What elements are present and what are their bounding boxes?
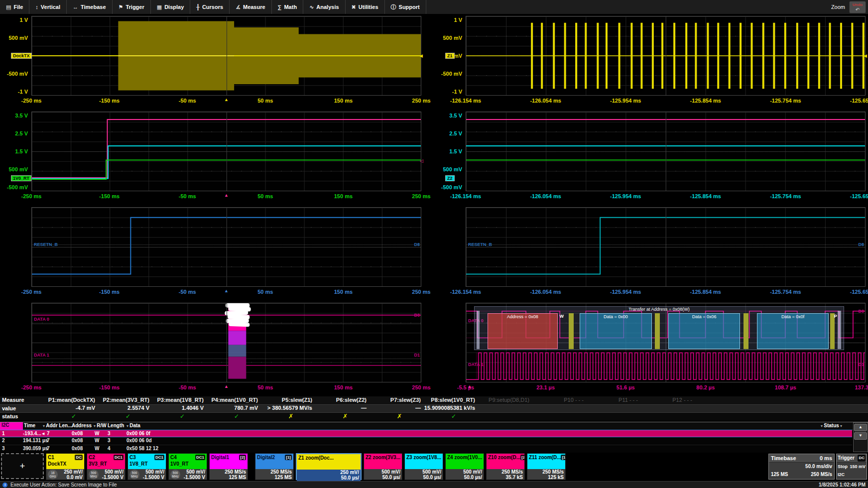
- trigger-position-marker-icon[interactable]: [224, 193, 229, 198]
- waveform-grid-z1[interactable]: Z1: [466, 16, 866, 96]
- x-axis-tick: 51.6 µs: [617, 384, 635, 390]
- i2c-header-addrlen[interactable]: Addr Len...: [43, 423, 72, 428]
- waveform-grid-resetn[interactable]: RESETN_B D8: [31, 207, 421, 287]
- i2c-table-scrollbar[interactable]: [853, 422, 868, 452]
- oscilloscope-screen: ▤ File ↕ Vertical ↔ Timebase ⚑ Trigger: [0, 0, 868, 488]
- measure-column[interactable]: P8:slew(1V0_RT) 15.9090085381 kV/s ✓: [424, 396, 478, 421]
- y-axis-tick: 1.5 V: [449, 148, 462, 154]
- trigger-position-marker-icon[interactable]: [224, 288, 229, 293]
- channel-badge-docktx[interactable]: DockTX: [11, 53, 32, 59]
- trace-descriptor-box[interactable]: C2 DC1 3V3_RT 500MHz 500 mV/-1.5000 V: [87, 453, 125, 480]
- i2c-header-status[interactable]: Status: [821, 423, 842, 428]
- i2c-table-row[interactable]: 1 -193.4... ◀ 7 0x08 W 3 0x00 06 0f: [0, 430, 852, 437]
- measure-column[interactable]: P5:slew(Z1) > 380.56579 MV/s ✗: [261, 396, 315, 421]
- trace-offset: 125 MS: [270, 475, 292, 480]
- add-trace-button[interactable]: +: [1, 453, 44, 479]
- x-axis-tick: -126.054 ms: [530, 98, 561, 104]
- trace-descriptor-box[interactable]: Digital2 [1] 250 MS/s125 MS: [255, 453, 294, 480]
- trace-descriptor-box[interactable]: Z11 zoom(D... [1] 250 MS/s125 kS: [527, 453, 566, 480]
- i2c-table-row[interactable]: 3 390.059 µs 7 0x08 W 4 0x50 58 12 12: [0, 445, 852, 453]
- i2c-table-row[interactable]: 2 194.131 µs 7 0x08 W 3 0x00 06 0d: [0, 437, 852, 445]
- menu-item[interactable]: ↕ Vertical: [29, 0, 67, 14]
- trace-scale: 500 mV/: [381, 469, 400, 475]
- y-axis-tick: -1 V: [452, 89, 462, 95]
- trace-descriptor-box[interactable]: C1 DC DockTX 16GHz 250 mV/0.0 mV: [46, 453, 85, 480]
- i2c-header-address[interactable]: Address: [72, 423, 92, 428]
- menu-item[interactable]: ∿ Analysis: [303, 0, 345, 14]
- scroll-up-icon[interactable]: [854, 424, 867, 431]
- trace-offset: 0.0 mV: [64, 475, 83, 480]
- channel-badge-z2[interactable]: Z2: [445, 175, 455, 181]
- x-axis-tick: -250 ms: [21, 384, 42, 390]
- trace-offset: 125 kS: [542, 475, 564, 480]
- i2c-ack-bar: [655, 313, 660, 349]
- i2c-header-time[interactable]: Time: [24, 423, 35, 428]
- menu-item[interactable]: ▦ Display: [151, 0, 191, 14]
- x-axis-tick: -126.054 ms: [530, 193, 561, 199]
- menu-item[interactable]: ∡ Measure: [230, 0, 272, 14]
- vertical-icon: ↕: [35, 4, 38, 10]
- i2c-protocol-tab[interactable]: I2C: [0, 422, 23, 430]
- measure-column[interactable]: P11 - - -: [587, 396, 641, 421]
- trace-id: Z10 zoom(D...: [488, 454, 520, 461]
- trace-descriptor-box[interactable]: C4 DC1 1V0_RT 500MHz 500 mV/-1.5000 V: [168, 453, 207, 480]
- measure-column[interactable]: P1:mean(DockTX) -4.7 mV ✓: [44, 396, 98, 421]
- menu-item[interactable]: ▤ File: [0, 0, 29, 14]
- i2c-header-length[interactable]: Length: [108, 423, 124, 428]
- analysis-icon: ∿: [309, 4, 314, 10]
- z2-waveforms: [466, 112, 865, 191]
- menu-item[interactable]: ∑ Math: [272, 0, 304, 14]
- undo-button[interactable]: Undo: [849, 1, 866, 13]
- scroll-down-icon[interactable]: [854, 432, 867, 440]
- measure-column[interactable]: P6:slew(Z2) — ✗: [315, 396, 370, 421]
- zero-level-marker-icon[interactable]: [419, 53, 423, 58]
- timebase-box[interactable]: Timebase 0 ms 50.0 ms/div 125 MS 250 MS/…: [768, 454, 835, 480]
- measure-column[interactable]: P3:mean(1V8_RT) 1.4046 V ✓: [152, 396, 207, 421]
- menu-item[interactable]: ⚑ Trigger: [113, 0, 151, 14]
- coupling-badge: [1]: [285, 455, 292, 460]
- trace-descriptor-box[interactable]: Z4 zoom(1V0... 500 mV/50.0 µs/: [445, 453, 484, 480]
- menu-item[interactable]: ✖ Utilities: [346, 0, 385, 14]
- channel-badge-1v0rt[interactable]: 1V0_RT: [11, 175, 31, 181]
- waveform-grid-power-rails[interactable]: 1V0_RT: [31, 112, 421, 191]
- waveform-grid-z2[interactable]: Z2: [466, 112, 866, 191]
- zero-level-marker-icon[interactable]: [864, 53, 867, 58]
- waveform-grid-i2c-zoom[interactable]: Transfer at Address = 0x08(W) Address = …: [466, 303, 866, 382]
- i2c-header-rw[interactable]: R/W: [94, 423, 107, 428]
- measure-column[interactable]: P4:mean(1V0_RT) 780.7 mV ✓: [207, 396, 261, 421]
- measure-column[interactable]: P12 - - -: [641, 396, 695, 421]
- trace-id: C2: [89, 454, 95, 461]
- i2c-decode-table: I2C Time Addr Len... Address R/W Length …: [0, 422, 868, 453]
- trace-descriptor-box[interactable]: Z2 zoom(3V3... 500 mV/50.0 µs/: [364, 453, 402, 480]
- trigger-position-marker-icon[interactable]: [468, 384, 472, 389]
- trace-descriptor-box[interactable]: Z10 zoom(D... [2] 250 MS/s35.7 kS: [486, 453, 525, 480]
- trace-descriptor-box[interactable]: Z1 zoom(Doc... 250 mV/50.0 µs/: [296, 453, 362, 480]
- trace-scale: 500 mV/: [184, 469, 205, 475]
- waveform-grid-docktx[interactable]: DockTX: [31, 16, 421, 96]
- trigger-level-marker-icon[interactable]: [420, 158, 423, 163]
- menu-item[interactable]: ↔ Timebase: [67, 0, 113, 14]
- trace-descriptor-box[interactable]: C3 DC1 1V8_RT 500MHz 500 mV/-1.5000 V: [127, 453, 166, 480]
- y-axis-tick: 500 mV: [443, 166, 462, 172]
- timebase-title: Timebase: [771, 455, 796, 462]
- waveform-grid-resetn-zoom[interactable]: RESETN_B D8: [466, 207, 866, 287]
- menu-item[interactable]: ⓘ Support: [385, 0, 426, 14]
- trigger-position-marker-icon[interactable]: [224, 384, 229, 389]
- measure-column[interactable]: P7:slew(Z3) — ✗: [370, 396, 424, 421]
- x-axis-tick: 150 ms: [334, 289, 353, 295]
- measure-column[interactable]: P10 - - -: [532, 396, 587, 421]
- trace-descriptor-box[interactable]: Digital1 [2] 250 MS/s125 MS: [209, 453, 248, 480]
- menu-item[interactable]: ╂ Cursors: [190, 0, 230, 14]
- trigger-box[interactable]: Trigger DC Stop 150 mV I2C: [836, 454, 867, 480]
- measure-status-icon: ✓: [451, 413, 456, 420]
- x-axis-tick: -125.854 ms: [690, 193, 721, 199]
- measure-column[interactable]: P9:setup(D8,D1): [478, 396, 532, 421]
- y-axis-tick: -500 mV: [7, 71, 28, 77]
- x-axis-tick: 150 ms: [334, 384, 353, 390]
- waveform-grid-data-bus[interactable]: DATA 0 DATA 1 D0 D1: [31, 303, 421, 382]
- channel-badge-z1[interactable]: Z1: [445, 53, 455, 59]
- i2c-header-data[interactable]: Data: [126, 423, 140, 428]
- trace-descriptor-box[interactable]: Z3 zoom(1V8... 500 mV/50.0 µs/: [404, 453, 443, 480]
- trigger-position-marker-icon[interactable]: [224, 97, 229, 102]
- measure-column[interactable]: P2:mean(3V3_RT) 2.5574 V ✓: [98, 396, 152, 421]
